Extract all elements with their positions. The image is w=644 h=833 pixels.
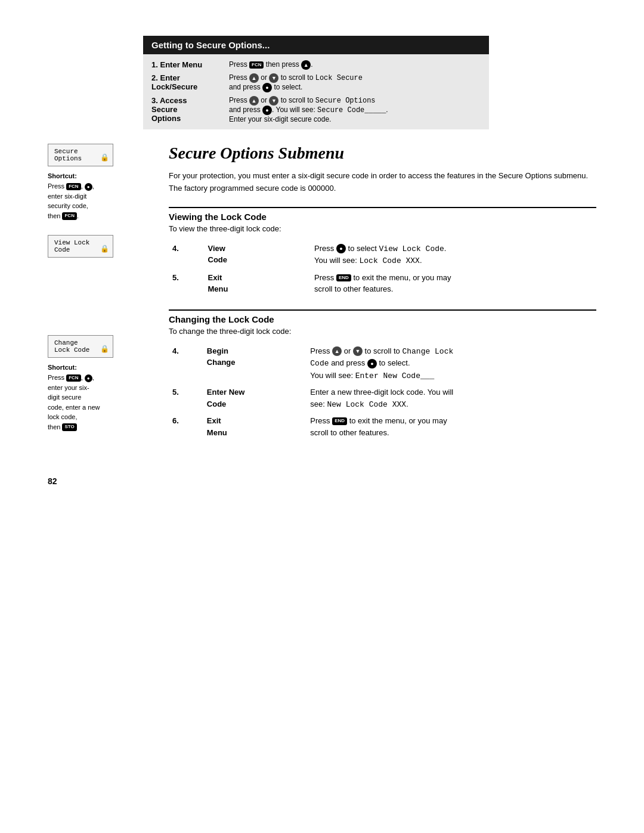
- fcn-button-icon: FCN: [249, 61, 264, 69]
- table-row: 5. Enter NewCode Enter a new three-digit…: [169, 384, 596, 413]
- up-nav-icon3: ▲: [332, 346, 342, 356]
- step-label-exit-menu: ExitMenu: [205, 270, 311, 298]
- circle-change-icon: ●: [367, 359, 377, 368]
- screen-view-lock-code: View Lock Code 🔒: [48, 235, 113, 258]
- select-btn-icon: ●: [262, 83, 272, 92]
- shortcut-text-2: Press FCN, ●, enter your six- digit secu…: [48, 373, 152, 432]
- left-column: Secure Options 🔒 Shortcut: Press FCN, ●,…: [48, 144, 152, 446]
- step-desc-view-code: Press ● to select View Lock Code. You wi…: [311, 240, 596, 270]
- section-change-intro: To change the three-digit lock code:: [169, 327, 596, 336]
- screen3-line2: Lock Code: [54, 346, 89, 354]
- table-row: 5. ExitMenu Press END to exit the menu, …: [169, 270, 596, 298]
- circle-shortcut-icon: ●: [85, 183, 92, 191]
- screen-line1: Secure: [54, 148, 78, 155]
- table-row: 6. ExitMenu Press END to exit the menu, …: [169, 413, 596, 441]
- sto-icon: STO: [62, 423, 76, 431]
- lock-icon-3: 🔒: [100, 345, 109, 354]
- up-nav-icon2: ▲: [249, 96, 259, 106]
- section-view-title: Viewing the Lock Code: [169, 207, 596, 222]
- end-btn-icon2: END: [332, 417, 347, 425]
- view-steps-table: 4. ViewCode Press ● to select View Lock …: [169, 240, 596, 298]
- shortcut-2: Shortcut: Press FCN, ●, enter your six- …: [48, 364, 152, 432]
- step-num-6: 6.: [169, 413, 203, 441]
- page-title: Secure Options Submenu: [169, 144, 596, 163]
- screen2-line2: Code: [54, 246, 70, 253]
- end-btn-icon: END: [336, 274, 351, 281]
- step-label-view-code: ViewCode: [205, 240, 311, 270]
- shortcut-1: Shortcut: Press FCN, ●, enter six-digit …: [48, 172, 152, 221]
- getting-step-2: 2. EnterLock/Secure Press ▲ or ▼ to scro…: [151, 73, 481, 92]
- getting-body: 1. Enter Menu Press FCN then press ▲. 2.…: [143, 54, 489, 129]
- up-nav-icon: ▲: [249, 73, 259, 83]
- step-desc-exit-menu-2: Press END to exit the menu, or you may s…: [306, 413, 596, 441]
- shortcut-title-2: Shortcut:: [48, 364, 152, 371]
- table-row: 4. ViewCode Press ● to select View Lock …: [169, 240, 596, 270]
- change-steps-table: 4. BeginChange Press ▲ or ▼ to scroll to…: [169, 343, 596, 441]
- down-nav-icon3: ▼: [353, 346, 363, 356]
- step-desc-enter-new-code: Enter a new three-digit lock code. You w…: [306, 384, 596, 413]
- step-label-exit-menu-2: ExitMenu: [203, 413, 306, 441]
- section-change-title: Changing the Lock Code: [169, 309, 596, 324]
- getting-step-1: 1. Enter Menu Press FCN then press ▲.: [151, 60, 481, 70]
- screen-change-lock-code: Change Lock Code 🔒: [48, 335, 113, 358]
- shortcut-title-1: Shortcut:: [48, 172, 152, 179]
- step-num-5b: 5.: [169, 384, 203, 413]
- step-desc-begin-change: Press ▲ or ▼ to scroll to Change LockCod…: [306, 343, 596, 385]
- down-nav-icon: ▼: [269, 73, 278, 83]
- main-layout: Secure Options 🔒 Shortcut: Press FCN, ●,…: [48, 144, 596, 453]
- step-desc-exit-menu: Press END to exit the menu, or you may s…: [311, 270, 596, 298]
- intro-text: For your protection, you must enter a si…: [169, 170, 596, 195]
- circle-s2-icon: ●: [85, 374, 92, 382]
- getting-title: Getting to Secure Options...: [143, 36, 489, 54]
- getting-to-secure-options-box: Getting to Secure Options... 1. Enter Me…: [143, 36, 489, 129]
- getting-step-3: 3. AccessSecureOptions Press ▲ or ▼ to s…: [151, 96, 481, 123]
- screen3-line1: Change: [54, 339, 78, 346]
- circle-view-icon: ●: [336, 244, 346, 253]
- screen2-line1: View Lock: [54, 239, 89, 246]
- step-label-begin-change: BeginChange: [203, 343, 306, 385]
- step-num-4b: 4.: [169, 343, 203, 385]
- select-btn-icon2: ●: [262, 106, 272, 115]
- lock-icon-2: 🔒: [100, 244, 109, 253]
- step-num-4: 4.: [169, 240, 205, 270]
- step-label-enter-new-code: Enter NewCode: [203, 384, 306, 413]
- lock-icon: 🔒: [100, 153, 109, 162]
- section-view-intro: To view the three-digit lock code:: [169, 224, 596, 233]
- fcn-s2-icon: FCN: [66, 374, 80, 382]
- right-column: Secure Options Submenu For your protecti…: [169, 144, 596, 453]
- shortcut-text-1: Press FCN, ●, enter six-digit security c…: [48, 181, 152, 221]
- screen-line2: Options: [54, 155, 82, 162]
- page-number: 82: [48, 476, 596, 486]
- fcn-end-icon: FCN: [62, 212, 76, 219]
- step-num-5: 5.: [169, 270, 205, 298]
- down-nav-icon2: ▼: [269, 96, 278, 106]
- table-row: 4. BeginChange Press ▲ or ▼ to scroll to…: [169, 343, 596, 385]
- fcn-shortcut-icon: FCN: [66, 183, 80, 190]
- screen-secure-options: Secure Options 🔒: [48, 144, 113, 166]
- select-button-icon: ▲: [301, 60, 311, 70]
